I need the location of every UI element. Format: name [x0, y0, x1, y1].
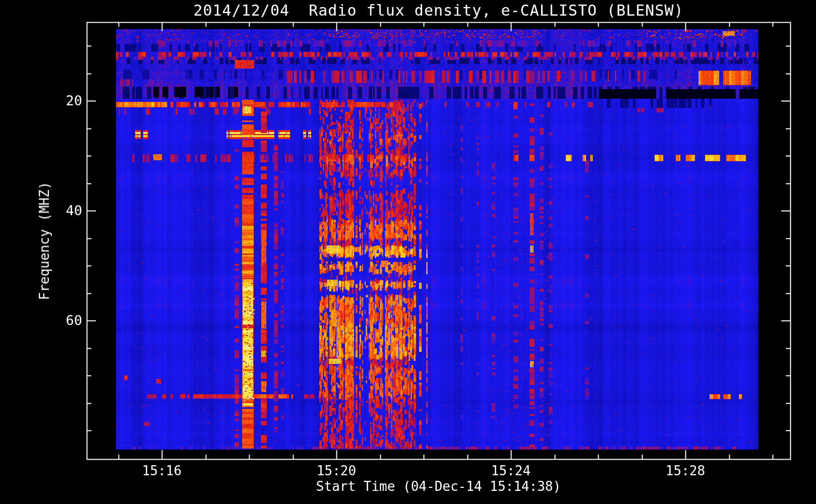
y-axis-label: Frequency (MHZ): [37, 182, 52, 300]
x-tick-label-1520: 15:20: [301, 463, 372, 478]
x-axis-label: Start Time (04-Dec-14 15:14:38): [87, 479, 790, 494]
y-tick-label-60: 60: [42, 312, 82, 329]
y-tick-label-40: 40: [42, 203, 82, 219]
x-tick-label-1516: 15:16: [127, 463, 197, 478]
axes-frame-layer: [0, 0, 816, 504]
x-tick-label-1524: 15:24: [476, 463, 546, 478]
spectrogram-page: 2014/12/04 Radio flux density, e-CALLIST…: [0, 0, 816, 504]
chart-title: 2014/12/04 Radio flux density, e-CALLIST…: [87, 2, 790, 19]
y-tick-label-20: 20: [42, 93, 82, 109]
x-tick-label-1528: 15:28: [650, 463, 721, 478]
